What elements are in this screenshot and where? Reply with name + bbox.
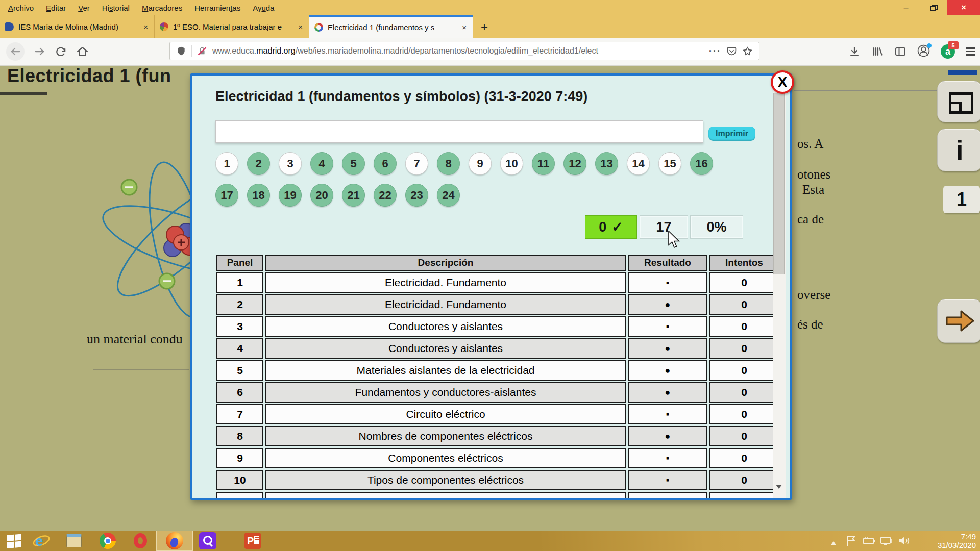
opera-button[interactable] (132, 533, 149, 549)
battery-icon[interactable] (863, 535, 876, 547)
downloads-icon[interactable] (848, 45, 861, 58)
panel-circle-number: 18 (252, 189, 264, 202)
volume-icon[interactable] (897, 535, 911, 547)
sidebar-toggle-icon[interactable] (894, 45, 906, 58)
report-name-input[interactable] (215, 120, 703, 143)
dialog-close-button[interactable]: X (771, 70, 794, 94)
panel-circle[interactable]: 17 (215, 184, 238, 207)
page-actions-icon[interactable]: ··· (709, 46, 721, 57)
cell-attempts: 0 (709, 272, 779, 293)
menu-item[interactable]: Herramientas (194, 4, 240, 12)
search-app-button[interactable] (199, 533, 216, 549)
menu-item-accesskey: M (142, 4, 149, 12)
panel-circle[interactable]: 19 (279, 184, 302, 207)
panel-circle[interactable]: 12 (564, 152, 586, 175)
network-icon[interactable] (880, 535, 893, 547)
menu-item[interactable]: Ver (78, 4, 90, 12)
panel-circle[interactable]: 4 (310, 152, 333, 175)
close-window-button[interactable]: × (947, 0, 980, 15)
menu-item[interactable]: Archivo (8, 4, 34, 12)
panel-circle[interactable]: 22 (374, 184, 397, 207)
panel-circle[interactable]: 5 (342, 152, 365, 175)
info-icon: i (955, 134, 963, 166)
desktop-screen: Archivo Editar Ver Historial Marcadores … (0, 0, 980, 551)
menu-item[interactable]: Historial (102, 4, 130, 12)
panel-circle[interactable]: 21 (342, 184, 365, 207)
adblocker-icon[interactable]: a5 (941, 44, 955, 59)
internet-explorer-icon: e (33, 532, 50, 549)
lim-info-button[interactable]: i (937, 129, 980, 171)
restore-button[interactable] (920, 0, 947, 15)
panel-circle[interactable]: 24 (437, 184, 460, 207)
panel-circle[interactable]: 7 (405, 152, 428, 175)
action-center-flag-icon[interactable] (845, 535, 857, 547)
page-caption-text: un material condu (87, 332, 191, 347)
panel-circle-number: 15 (664, 157, 676, 170)
panel-circle[interactable]: 6 (374, 152, 397, 175)
menu-item[interactable]: Marcadores (142, 4, 182, 12)
panel-circle[interactable]: 1 (215, 152, 238, 175)
panel-circle[interactable]: 13 (595, 152, 618, 175)
tab-ies-maria-de-molina[interactable]: IES María de Molina (Madrid) × (0, 15, 155, 38)
table-row: 5 Materiales aislantes de la electricida… (216, 360, 779, 381)
mouse-cursor (668, 231, 681, 250)
panel-circle[interactable]: 23 (405, 184, 428, 207)
dialog-scrollbar-thumb[interactable] (773, 93, 785, 274)
file-explorer-button[interactable] (65, 533, 83, 549)
panel-circle[interactable]: 8 (437, 152, 460, 175)
tab-title: IES María de Molina (Madrid) (18, 22, 138, 31)
panel-circle[interactable]: 9 (469, 152, 492, 175)
insecure-lock-icon[interactable] (197, 46, 207, 56)
table-header-cell: Resultado (628, 255, 707, 271)
lim-fullscreen-button[interactable] (937, 81, 980, 122)
cell-attempts: 0 (709, 448, 779, 468)
menu-item[interactable]: Ayuda (253, 4, 274, 12)
cell-attempts: 0 (709, 294, 779, 315)
internet-explorer-button[interactable]: e (33, 533, 50, 549)
tab-electricidad-active[interactable]: Electricidad 1 (fundamentos y s × (309, 15, 473, 38)
menu-item[interactable]: Editar (46, 4, 66, 12)
page-text-fragment: Esta (802, 183, 824, 197)
bookmark-star-icon[interactable] (742, 46, 753, 57)
tab-1-eso-material[interactable]: 1º ESO. Material para trabajar e × (155, 15, 309, 38)
panel-circle[interactable]: 20 (310, 184, 333, 207)
account-button[interactable] (917, 44, 930, 59)
menu-hamburger-icon[interactable] (966, 47, 975, 56)
print-button[interactable]: Imprimir (708, 127, 755, 141)
powerpoint-button[interactable]: P (244, 533, 261, 549)
start-button[interactable] (6, 533, 23, 549)
chrome-button[interactable] (99, 533, 116, 549)
panel-circle[interactable]: 11 (532, 152, 555, 175)
menu-item-post: er (83, 4, 89, 12)
panel-circle[interactable]: 15 (658, 152, 681, 175)
back-button[interactable] (6, 42, 24, 61)
panel-circle[interactable]: 18 (247, 184, 270, 207)
pocket-icon[interactable] (726, 46, 737, 57)
cell-attempts: 0 (709, 470, 779, 490)
tab-close-icon[interactable]: × (142, 22, 149, 31)
panel-circle[interactable]: 3 (279, 152, 302, 175)
cell-description: Circuito eléctrico (265, 404, 626, 424)
forward-button[interactable] (34, 45, 46, 58)
lim-next-button[interactable] (937, 299, 980, 343)
cell-attempts: 0 (709, 360, 779, 381)
panel-circle[interactable]: 10 (500, 152, 523, 175)
library-icon[interactable] (871, 45, 884, 58)
scrollbar-down-arrow[interactable] (776, 485, 782, 492)
panel-circle[interactable]: 16 (690, 152, 713, 175)
firefox-button-active[interactable] (156, 531, 193, 551)
tab-bar: IES María de Molina (Madrid) × 1º ESO. M… (0, 15, 980, 38)
panel-circle[interactable]: 14 (627, 152, 650, 175)
taskbar-clock[interactable]: 7:49 31/03/2020 (919, 532, 976, 549)
tab-close-icon[interactable]: × (461, 23, 468, 32)
home-button[interactable] (76, 45, 89, 58)
tray-expand-icon[interactable] (831, 539, 836, 545)
panel-circle[interactable]: 2 (247, 152, 270, 175)
address-bar[interactable]: www.educa.madrid.org/web/ies.mariademoli… (169, 42, 760, 60)
new-tab-button[interactable]: + (481, 18, 488, 38)
tab-close-icon[interactable]: × (297, 22, 304, 31)
panel-circle-number: 5 (350, 157, 356, 170)
minimize-button[interactable]: – (892, 0, 920, 15)
tracking-protection-shield-icon[interactable] (176, 46, 186, 56)
reload-button[interactable] (55, 46, 67, 58)
